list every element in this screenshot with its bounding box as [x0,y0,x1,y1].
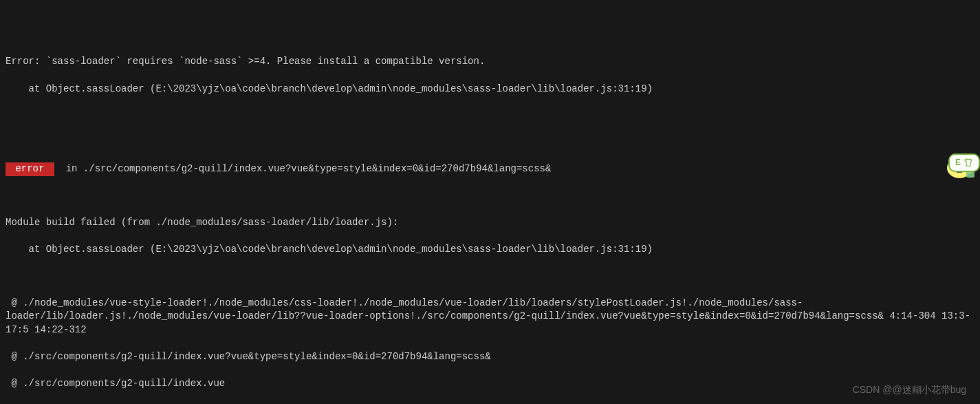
error-in-path: in ./src/components/g2-quill/index.vue?v… [54,163,552,174]
trace-chain-line: @ ./node_modules/vue-style-loader!./node… [6,297,974,337]
blank-line [6,270,974,283]
stack-trace-line: at Object.sassLoader (E:\2023\yjz\oa\cod… [6,243,974,257]
error-text: Error: `sass-loader` requires `node-sass… [6,55,974,69]
error-badge: error [6,162,54,176]
trace-chain-line: @ ./src/components/g2-quill/index.vue?vu… [6,350,974,364]
blank-line [6,189,974,202]
blank-line [6,109,974,123]
blank-line [6,136,974,149]
error-heading-line: error in ./src/components/g2-quill/index… [6,162,974,176]
trace-chain-line: @ ./src/components/g2-quill/index.vue [6,377,974,391]
watermark-text: CSDN @@迷糊小花带bug [853,383,966,397]
stack-trace-line: at Object.sassLoader (E:\2023\yjz\oa\cod… [6,83,974,96]
module-build-failed: Module build failed (from ./node_modules… [6,216,974,230]
